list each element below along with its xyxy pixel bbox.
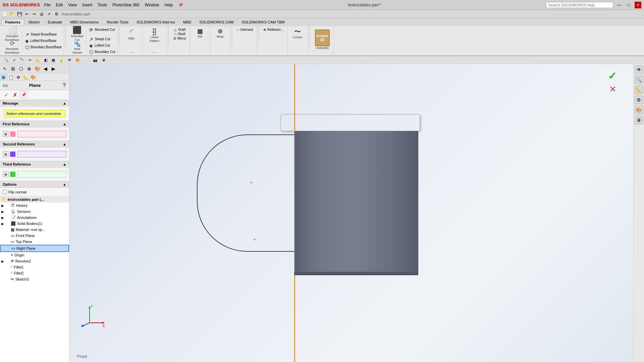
first-ref-icon[interactable]: ⊕: [3, 131, 9, 137]
rib-button[interactable]: ▦ Rib: [193, 27, 207, 39]
panel-tool-filter[interactable]: ⬡: [17, 65, 25, 72]
right-panel-btn-5[interactable]: 🎨: [635, 106, 643, 114]
viewport-accept-button[interactable]: ✓: [608, 70, 616, 82]
flip-normal-checkbox[interactable]: [3, 190, 7, 194]
intersect-button[interactable]: ∩ Intersect: [235, 27, 255, 32]
right-panel-btn-3[interactable]: 📐: [635, 85, 643, 94]
redo-button[interactable]: ↪: [31, 11, 38, 17]
hole-wizard-button[interactable]: 🔩 HoleWizard: [68, 41, 86, 54]
menu-file[interactable]: File: [44, 3, 50, 7]
viewport-cancel-button[interactable]: ✕: [609, 84, 616, 95]
menu-tools[interactable]: Tools: [98, 3, 107, 7]
extruded-boss-button[interactable]: ⬜ ExtrudedBoss/Base: [2, 28, 22, 41]
draft-button[interactable]: △ Draft: [173, 27, 187, 32]
menu-window[interactable]: Window: [145, 3, 159, 7]
tab-solidworks-addins[interactable]: SOLIDWORKS Add-Ins: [133, 19, 179, 25]
tree-item-fillet2[interactable]: ◜ Fillet2: [0, 270, 69, 276]
panel-tool-color[interactable]: 🎨: [34, 65, 41, 72]
second-ref-input[interactable]: [17, 151, 66, 158]
right-panel-btn-4[interactable]: ⚙: [635, 96, 643, 104]
wrap-button[interactable]: ⊛ Wrap: [213, 27, 227, 39]
tab-evaluate[interactable]: Evaluate: [44, 19, 66, 25]
open-button[interactable]: 📂: [9, 11, 15, 17]
tree-item-solid-bodies[interactable]: ▶ ⬛ Solid Bodies(1): [0, 221, 69, 227]
first-reference-header[interactable]: First Reference ▲: [0, 121, 69, 127]
tab-feature-manager[interactable]: ⊞: [0, 73, 7, 81]
view-screen-button[interactable]: 🖥: [100, 58, 107, 62]
menu-view[interactable]: View: [68, 3, 77, 7]
plane-accept-button[interactable]: ✓: [3, 92, 9, 98]
options-section-header[interactable]: Options ▲: [0, 181, 69, 188]
revolved-boss-button[interactable]: ⟳ RevolvedBoss/Base: [2, 41, 22, 54]
instant3d-button[interactable]: Instant3D Instant3D: [313, 27, 332, 52]
view-light-button[interactable]: 💡: [58, 58, 65, 63]
second-ref-icon[interactable]: ⊕: [3, 151, 9, 157]
menu-photoview[interactable]: PhotoView 360: [112, 3, 140, 7]
second-reference-header[interactable]: Second Reference ▲: [0, 141, 69, 147]
view-fit-button[interactable]: ⤢: [11, 58, 17, 63]
lofted-boss-button[interactable]: ◈ Lofted Boss/Base: [24, 38, 63, 44]
panel-tool-grid[interactable]: ⊞: [9, 65, 17, 72]
search-input[interactable]: [546, 2, 613, 8]
tree-item-front-plane[interactable]: ▭ Front Plane: [0, 233, 69, 239]
swept-cut-button[interactable]: ↗ Swept Cut: [88, 36, 116, 42]
tab-solidworks-cam[interactable]: SOLIDWORKS CAM: [196, 19, 237, 25]
tree-item-annotations[interactable]: ▶ 📝 Annotations: [0, 215, 69, 221]
menu-pin[interactable]: 📌: [178, 3, 183, 7]
tree-item-revolve2[interactable]: ▶ ⟳ Revolve2: [0, 258, 69, 264]
view-zoom-area-button[interactable]: 🔭: [18, 58, 26, 63]
right-panel-btn-6[interactable]: 🖥: [635, 116, 643, 124]
menu-edit[interactable]: Edit: [56, 3, 63, 7]
select-button[interactable]: ↗: [46, 11, 52, 17]
print-button[interactable]: 🖨: [38, 11, 45, 17]
tree-item-sketch3[interactable]: ✏ Sketch3: [0, 276, 69, 282]
undo-button[interactable]: ↩: [23, 11, 30, 17]
view-section-button[interactable]: ◧: [43, 58, 49, 63]
panel-tool-snap[interactable]: ⊕: [25, 65, 33, 72]
tree-item-material[interactable]: ▦ Material <not sp...: [0, 227, 69, 233]
tab-mbd[interactable]: MBD: [179, 19, 195, 25]
revolved-cut-button[interactable]: ⟳ Revolved Cut: [88, 27, 116, 33]
linear-pattern-button[interactable]: ⣿ LinearPattern: [145, 27, 165, 44]
view-scene-button[interactable]: ⬜: [83, 58, 90, 63]
maximize-button[interactable]: □: [625, 2, 632, 8]
view-hide-button[interactable]: 👁: [66, 58, 73, 62]
tree-item-top-plane[interactable]: ▭ Top Plane: [0, 239, 69, 245]
flip-normal-label[interactable]: Flip normal: [3, 190, 66, 194]
shell-button[interactable]: □ Shell: [173, 32, 186, 36]
save-button[interactable]: 💾: [16, 11, 23, 17]
first-ref-input[interactable]: [17, 131, 66, 137]
third-reference-header[interactable]: Third Reference ▲: [0, 161, 69, 168]
viewport[interactable]: ✓ ✕ + + Y: [69, 64, 633, 362]
boundary-cut-button[interactable]: ⬡ Boundary Cut: [88, 49, 116, 55]
tab-config-manager[interactable]: ⚙: [15, 73, 22, 81]
tree-item-fillet1[interactable]: ◜ Fillet1: [0, 264, 69, 270]
tab-property-manager[interactable]: 📋: [7, 73, 15, 81]
tree-item-sensors[interactable]: ▶ 📡 Sensors: [0, 208, 69, 215]
view-prev-button[interactable]: ↩: [27, 58, 33, 63]
tab-render-tools[interactable]: Render Tools: [103, 19, 132, 25]
view-disp-button[interactable]: ▦: [50, 58, 56, 63]
rebuild-button[interactable]: ⚙: [53, 11, 60, 17]
tree-item-right-plane[interactable]: ▭ Right Plane: [0, 245, 69, 252]
fillet-button[interactable]: ◜ Fillet: [123, 27, 140, 41]
mirror-button[interactable]: ⊟ Mirror: [172, 36, 187, 41]
menu-help[interactable]: Help: [164, 3, 173, 7]
tree-item-origin[interactable]: + Origin: [0, 252, 69, 258]
lofted-cut-button[interactable]: ◈ Lofted Cut: [88, 43, 116, 49]
tree-item-history[interactable]: ▶ ⏱ History: [0, 202, 69, 208]
plane-pin-button[interactable]: 📌: [20, 92, 27, 98]
panel-tool-arrow-right[interactable]: ▶: [50, 65, 57, 72]
view-appear-button[interactable]: 🎨: [74, 58, 82, 63]
tab-sketch[interactable]: Sketch: [25, 19, 44, 25]
plane-help-button[interactable]: ?: [62, 82, 66, 88]
tree-root[interactable]: 📁 Instructables part (...: [0, 196, 69, 202]
view-zoom-button[interactable]: 🔍: [3, 58, 10, 63]
third-ref-input[interactable]: [17, 171, 66, 178]
reference-button[interactable]: ⊕ Referenc...: [262, 27, 285, 32]
tab-solidworks-cam-tbm[interactable]: SOLIDWORKS CAM TBM: [238, 19, 288, 25]
third-ref-icon[interactable]: ⊕: [3, 171, 9, 177]
curves-button[interactable]: 〜 Curves: [289, 27, 306, 40]
tab-features[interactable]: Features: [1, 19, 24, 25]
right-panel-btn-1[interactable]: 👁: [635, 65, 643, 74]
